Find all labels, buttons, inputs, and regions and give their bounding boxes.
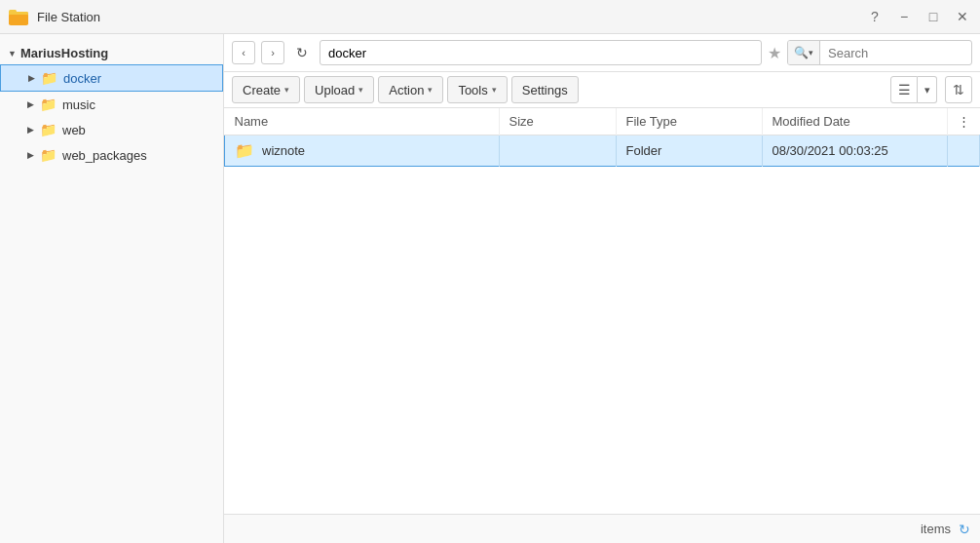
view-btn-group: ☰ ▾ — [890, 76, 937, 103]
sidebar-item-web-label: web — [62, 123, 86, 137]
tools-button[interactable]: Tools ▾ — [447, 76, 507, 103]
file-modified-cell: 08/30/2021 00:03:25 — [762, 136, 947, 167]
root-arrow-icon: ▼ — [8, 49, 17, 58]
web-packages-folder-icon: 📁 — [40, 147, 57, 163]
back-button[interactable]: ‹ — [232, 41, 255, 64]
web-arrow-icon: ▶ — [27, 125, 34, 135]
file-size-cell — [499, 136, 616, 167]
file-name-label: wiznote — [262, 143, 305, 158]
tools-label: Tools — [458, 83, 487, 97]
file-table: Name Size File Type Modified Date ⋮ 📁 wi… — [224, 108, 980, 167]
svg-rect-2 — [9, 15, 28, 24]
settings-button[interactable]: Settings — [511, 76, 579, 103]
web-packages-arrow-icon: ▶ — [27, 150, 34, 160]
docker-arrow-icon: ▶ — [28, 73, 35, 83]
bookmark-button[interactable]: ★ — [768, 44, 781, 62]
music-arrow-icon: ▶ — [27, 99, 34, 109]
column-header-name[interactable]: Name — [225, 108, 500, 136]
table-header-row: Name Size File Type Modified Date ⋮ — [225, 108, 980, 136]
sidebar-item-web-packages[interactable]: ▶ 📁 web_packages — [0, 142, 223, 168]
sidebar-root-label: MariusHosting — [20, 46, 108, 60]
close-button[interactable]: ✕ — [953, 7, 972, 26]
settings-label: Settings — [522, 83, 568, 97]
title-bar: File Station ? − □ ✕ — [0, 0, 980, 34]
list-view-caret-button[interactable]: ▾ — [918, 76, 937, 103]
upload-caret-icon: ▾ — [358, 85, 363, 95]
file-type-cell: Folder — [616, 136, 762, 167]
search-box: 🔍 ▾ — [787, 40, 972, 65]
upload-button[interactable]: Upload ▾ — [304, 76, 374, 103]
music-folder-icon: 📁 — [40, 97, 57, 112]
content-area: ‹ › ↻ ★ 🔍 ▾ Create ▾ Upload ▾ — [224, 34, 980, 543]
search-icon: 🔍 — [794, 46, 809, 59]
upload-label: Upload — [315, 83, 355, 97]
file-list-area: Name Size File Type Modified Date ⋮ 📁 wi… — [224, 108, 980, 514]
address-input[interactable] — [320, 40, 762, 65]
sidebar: ▼ MariusHosting ▶ 📁 docker ▶ 📁 music ▶ 📁… — [0, 34, 224, 543]
sidebar-item-web[interactable]: ▶ 📁 web — [0, 117, 223, 142]
title-bar-left: File Station — [8, 6, 100, 27]
app-title: File Station — [37, 10, 100, 24]
toolbar: Create ▾ Upload ▾ Action ▾ Tools ▾ Setti… — [224, 72, 980, 108]
maximize-button[interactable]: □ — [923, 7, 943, 26]
app-icon — [8, 6, 29, 27]
column-header-more[interactable]: ⋮ — [947, 108, 980, 136]
status-bar: items ↻ — [224, 514, 980, 543]
column-header-size[interactable]: Size — [499, 108, 616, 136]
sidebar-item-docker-label: docker — [63, 71, 101, 86]
sidebar-item-docker[interactable]: ▶ 📁 docker — [0, 64, 223, 92]
title-bar-controls: ? − □ ✕ — [865, 7, 972, 26]
help-button[interactable]: ? — [865, 7, 885, 26]
refresh-button[interactable]: ↻ — [290, 41, 314, 64]
column-header-filetype[interactable]: File Type — [616, 108, 762, 136]
search-input[interactable] — [820, 41, 957, 64]
create-button[interactable]: Create ▾ — [232, 76, 300, 103]
web-folder-icon: 📁 — [40, 122, 57, 137]
address-bar: ‹ › ↻ ★ 🔍 ▾ — [224, 34, 980, 72]
sidebar-root[interactable]: ▼ MariusHosting — [0, 42, 223, 64]
create-label: Create — [243, 83, 281, 97]
create-caret-icon: ▾ — [284, 85, 289, 95]
svg-rect-3 — [9, 10, 17, 14]
sort-button[interactable]: ⇅ — [945, 76, 972, 103]
file-folder-icon: 📁 — [235, 141, 254, 160]
action-label: Action — [389, 83, 424, 97]
column-header-modified[interactable]: Modified Date — [762, 108, 947, 136]
file-name-content: 📁 wiznote — [235, 141, 489, 160]
sidebar-item-music[interactable]: ▶ 📁 music — [0, 92, 223, 117]
items-label: items — [921, 522, 951, 536]
status-refresh-button[interactable]: ↻ — [959, 522, 970, 537]
action-caret-icon: ▾ — [428, 85, 433, 95]
main-container: ▼ MariusHosting ▶ 📁 docker ▶ 📁 music ▶ 📁… — [0, 34, 980, 543]
action-button[interactable]: Action ▾ — [378, 76, 443, 103]
list-view-button[interactable]: ☰ — [890, 76, 918, 103]
minimize-button[interactable]: − — [894, 7, 914, 26]
sidebar-item-music-label: music — [62, 97, 95, 112]
docker-folder-icon: 📁 — [41, 70, 57, 86]
table-row[interactable]: 📁 wiznote Folder 08/30/2021 00:03:25 — [225, 136, 980, 167]
tools-caret-icon: ▾ — [492, 85, 497, 95]
search-dropdown-button[interactable]: 🔍 ▾ — [788, 41, 820, 64]
search-caret-icon: ▾ — [809, 48, 813, 58]
forward-button[interactable]: › — [261, 41, 284, 64]
file-name-cell: 📁 wiznote — [225, 136, 500, 167]
file-more-cell[interactable] — [947, 136, 980, 167]
sidebar-item-web-packages-label: web_packages — [62, 148, 147, 163]
